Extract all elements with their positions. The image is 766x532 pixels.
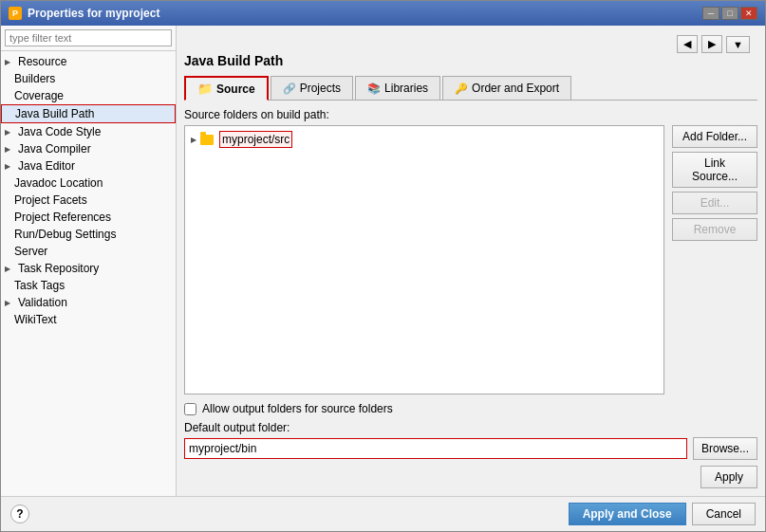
apply-close-button[interactable]: Apply and Close — [569, 503, 686, 525]
tab-source-label: Source — [216, 83, 255, 96]
title-bar-left: P Properties for myproject — [9, 7, 159, 20]
expand-arrow: ▶ — [5, 58, 14, 66]
apply-button[interactable]: Apply — [701, 466, 757, 488]
dialog: P Properties for myproject ─ □ ✕ ▶ Resou… — [0, 0, 766, 532]
add-folder-button[interactable]: Add Folder... — [672, 125, 757, 148]
expand-arrow: ▶ — [5, 128, 14, 137]
tab-libraries[interactable]: 📚 Libraries — [355, 76, 440, 100]
sidebar-item-java-build-path[interactable]: Java Build Path — [1, 104, 176, 123]
footer-right: Apply and Close Cancel — [569, 503, 756, 525]
sidebar-item-validation[interactable]: ▶ Validation — [1, 294, 176, 311]
source-folders-label: Source folders on build path: — [184, 108, 757, 121]
dialog-title: Properties for myproject — [28, 7, 159, 20]
allow-output-folders-checkbox[interactable] — [184, 403, 196, 415]
footer: ? Apply and Close Cancel — [1, 496, 765, 531]
close-button[interactable]: ✕ — [740, 7, 757, 20]
expand-arrow: ▶ — [5, 162, 14, 171]
sidebar-item-label: Builders — [14, 72, 55, 85]
sidebar-item-javadoc-location[interactable]: Javadoc Location — [1, 174, 176, 192]
sidebar-item-task-repository[interactable]: ▶ Task Repository — [1, 260, 176, 277]
tree-expand-icon[interactable]: ▶ — [191, 136, 196, 144]
tree-item-myproject-src[interactable]: myproject/src — [219, 131, 292, 148]
sidebar-item-label: Project Facets — [14, 193, 87, 207]
filter-box — [1, 26, 176, 51]
sidebar-item-task-tags[interactable]: Task Tags — [1, 277, 176, 294]
link-source-button[interactable]: Link Source... — [672, 152, 757, 188]
sidebar-item-java-editor[interactable]: ▶ Java Editor — [1, 157, 176, 174]
sidebar-item-coverage[interactable]: Coverage — [1, 87, 176, 104]
sidebar: ▶ Resource Builders Coverage Java Build … — [1, 26, 177, 496]
allow-output-folders-label: Allow output folders for source folders — [202, 402, 393, 415]
tree-item-root: ▶ myproject/src — [189, 130, 660, 149]
allow-output-folders-row: Allow output folders for source folders — [184, 402, 757, 415]
sidebar-list: ▶ Resource Builders Coverage Java Build … — [1, 51, 176, 496]
minimize-button[interactable]: ─ — [702, 7, 719, 20]
libraries-tab-icon: 📚 — [367, 83, 381, 95]
source-content: ▶ myproject/src Add Folder... Link S — [184, 125, 757, 394]
sidebar-item-label: Java Code Style — [18, 125, 101, 138]
forward-button[interactable]: ▶ — [701, 35, 722, 53]
expand-arrow: ▶ — [5, 265, 14, 273]
sidebar-item-resource[interactable]: ▶ Resource — [1, 53, 176, 70]
source-tab-content: Source folders on build path: ▶ myprojec… — [184, 108, 757, 460]
tabs: 📁 Source 🔗 Projects 📚 Libraries 🔑 Order … — [184, 76, 757, 101]
browse-button[interactable]: Browse... — [693, 437, 757, 460]
sidebar-item-label: WikiText — [14, 313, 57, 326]
sidebar-item-label: Javadoc Location — [14, 176, 103, 190]
expand-arrow: ▶ — [5, 299, 14, 307]
output-folder-label: Default output folder: — [184, 421, 757, 434]
tab-projects[interactable]: 🔗 Projects — [271, 76, 353, 100]
sidebar-item-project-references[interactable]: Project References — [1, 209, 176, 226]
sidebar-item-label: Java Build Path — [15, 107, 94, 120]
sidebar-item-label: Run/Debug Settings — [14, 228, 116, 241]
help-button[interactable]: ? — [10, 504, 29, 523]
tab-libraries-label: Libraries — [384, 82, 428, 95]
tab-source[interactable]: 📁 Source — [184, 76, 269, 101]
title-controls: ─ □ ✕ — [702, 7, 757, 20]
sidebar-item-label: Java Compiler — [18, 142, 91, 156]
projects-tab-icon: 🔗 — [283, 83, 296, 95]
maximize-button[interactable]: □ — [721, 7, 738, 20]
tree-item-label: myproject/src — [222, 133, 290, 146]
sidebar-item-label: Server — [14, 245, 47, 258]
menu-button[interactable]: ▼ — [726, 36, 750, 53]
sidebar-item-java-code-style[interactable]: ▶ Java Code Style — [1, 123, 176, 140]
sidebar-item-java-compiler[interactable]: ▶ Java Compiler — [1, 140, 176, 157]
sidebar-item-wikitext[interactable]: WikiText — [1, 311, 176, 328]
source-tree: ▶ myproject/src — [184, 125, 664, 394]
sidebar-item-label: Java Editor — [18, 159, 75, 173]
tab-projects-label: Projects — [300, 82, 341, 95]
source-tab-icon: 📁 — [197, 82, 213, 96]
sidebar-item-label: Project References — [14, 211, 111, 224]
cancel-button[interactable]: Cancel — [692, 503, 756, 525]
main-panel: ◀ ▶ ▼ Java Build Path 📁 Source 🔗 Project… — [177, 26, 765, 496]
order-export-tab-icon: 🔑 — [455, 83, 468, 95]
output-folder-input[interactable] — [184, 438, 687, 459]
sidebar-item-label: Validation — [18, 296, 67, 309]
tab-order-export-label: Order and Export — [472, 82, 559, 95]
nav-row: ◀ ▶ ▼ — [184, 33, 757, 53]
sidebar-item-project-facets[interactable]: Project Facets — [1, 192, 176, 209]
edit-button[interactable]: Edit... — [672, 192, 757, 214]
sidebar-item-label: Coverage — [14, 89, 64, 102]
remove-button[interactable]: Remove — [672, 218, 757, 241]
tab-order-export[interactable]: 🔑 Order and Export — [442, 76, 571, 100]
folder-icon — [200, 135, 214, 145]
sidebar-item-server[interactable]: Server — [1, 243, 176, 260]
output-folder-row: Browse... — [184, 437, 757, 460]
sidebar-item-builders[interactable]: Builders — [1, 70, 176, 87]
title-icon: P — [9, 7, 22, 20]
back-button[interactable]: ◀ — [677, 35, 698, 53]
expand-arrow: ▶ — [5, 145, 14, 154]
title-bar: P Properties for myproject ─ □ ✕ — [1, 1, 765, 26]
content-area: ▶ Resource Builders Coverage Java Build … — [1, 26, 765, 496]
filter-input[interactable] — [5, 29, 172, 46]
sidebar-item-run-debug-settings[interactable]: Run/Debug Settings — [1, 226, 176, 243]
sidebar-item-label: Resource — [18, 55, 66, 68]
panel-title: Java Build Path — [184, 53, 757, 68]
sidebar-item-label: Task Repository — [18, 262, 99, 275]
source-action-buttons: Add Folder... Link Source... Edit... Rem… — [672, 125, 757, 394]
footer-left: ? — [10, 504, 29, 523]
apply-row: Apply — [184, 460, 757, 488]
sidebar-item-label: Task Tags — [14, 279, 65, 292]
